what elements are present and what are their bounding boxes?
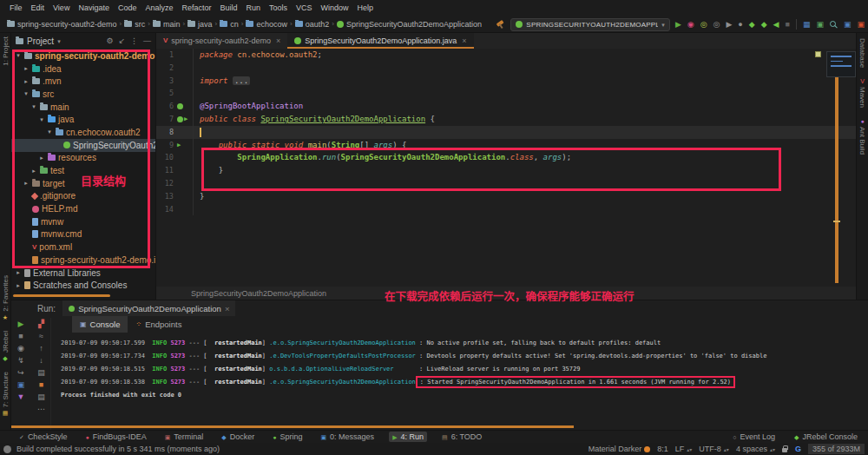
- menu-item-refactor[interactable]: Refactor: [177, 3, 215, 12]
- tool-window-switcher-icon[interactable]: [3, 445, 11, 453]
- status-widget-utf-8[interactable]: UTF-8▴▾: [699, 445, 729, 453]
- tool-window-button-jrebel[interactable]: JRebel◆: [2, 331, 10, 361]
- tree-item[interactable]: ▸.idea: [11, 63, 155, 76]
- tab-console[interactable]: ▣ Console: [72, 316, 128, 333]
- menu-item-run[interactable]: Run: [242, 3, 266, 12]
- menu-item-file[interactable]: File: [5, 3, 27, 12]
- plugin-orange-icon[interactable]: ▣: [857, 21, 865, 29]
- tree-item[interactable]: ▸External Libraries: [11, 267, 155, 280]
- breadcrumb-item[interactable]: java: [187, 20, 213, 29]
- editor-tab[interactable]: Vspring-security-oauth2-demo×: [156, 33, 287, 49]
- close-icon[interactable]: ×: [462, 36, 466, 45]
- menu-item-build[interactable]: Build: [215, 3, 241, 12]
- status-widget-8-1[interactable]: 8:1: [657, 445, 668, 453]
- menu-item-tools[interactable]: Tools: [265, 3, 292, 12]
- run-icon[interactable]: ▶: [675, 21, 681, 29]
- tree-item[interactable]: ▾src: [11, 88, 155, 101]
- monitor-icon[interactable]: ▤: [37, 369, 45, 377]
- menu-item-view[interactable]: View: [49, 3, 74, 12]
- breadcrumb-item[interactable]: cn: [220, 20, 239, 29]
- screenshot-icon[interactable]: ◉: [17, 345, 24, 353]
- tool-window-button-6-todo[interactable]: ▤6: TODO: [438, 432, 485, 442]
- print-icon[interactable]: ▤: [37, 393, 45, 401]
- jrebel-debug-icon[interactable]: ◆: [761, 21, 767, 29]
- tool-window-button-2-favorites[interactable]: 2: Favorites★: [2, 275, 10, 320]
- console-horizontal-scrollbar[interactable]: [11, 425, 574, 428]
- editor-change-scrollbar[interactable]: [835, 61, 838, 283]
- run-anything-icon[interactable]: ▶: [726, 21, 732, 29]
- status-message[interactable]: Build completed successfully in 5 s 341 …: [16, 445, 220, 453]
- editor-breadcrumb[interactable]: SpringSecurityOauth2DemoApplication: [191, 289, 326, 298]
- tree-item[interactable]: ▸Scratches and Consoles: [11, 279, 155, 292]
- memory-indicator[interactable]: 355 of 2933M: [808, 444, 865, 454]
- tree-item[interactable]: mvnw.cmd: [11, 228, 155, 241]
- run-line-icon[interactable]: ▶: [177, 139, 181, 152]
- run-line-icon[interactable]: ▶: [184, 113, 187, 126]
- ban-icon[interactable]: ■: [39, 381, 43, 389]
- tree-item[interactable]: ▸resources: [11, 152, 155, 165]
- menu-item-navigate[interactable]: Navigate: [74, 3, 114, 12]
- breadcrumb-item[interactable]: echocow: [246, 20, 287, 29]
- tree-item[interactable]: ▾main: [11, 101, 155, 114]
- editor-tab[interactable]: SpringSecurityOauth2DemoApplication.java…: [287, 33, 473, 49]
- thread-dump-icon[interactable]: ↯: [17, 357, 24, 365]
- breadcrumb-item[interactable]: src: [124, 20, 145, 29]
- run-console-output[interactable]: 2019-07-09 09:50:17.599 INFO 5273 --- [ …: [53, 333, 868, 425]
- tool-window-button-1-project[interactable]: 1: Project: [2, 36, 10, 66]
- status-widget-material-darker[interactable]: Material Darker: [589, 445, 651, 453]
- status-widget-lf[interactable]: LF▴▾: [675, 445, 693, 453]
- menu-item-edit[interactable]: Edit: [27, 3, 49, 12]
- softwrap-icon[interactable]: ≈: [39, 333, 43, 340]
- inspections-indicator[interactable]: [815, 51, 821, 57]
- tab-endpoints[interactable]: ⁘ Endpoints: [128, 316, 189, 333]
- tree-item[interactable]: ▾spring-security-oauth2-demo~/IdeaPro: [11, 49, 155, 63]
- dashboard-icon[interactable]: ▦: [803, 21, 811, 29]
- button-jrebel-console[interactable]: ◆JRebel Console: [791, 432, 861, 442]
- profiler-icon[interactable]: ◎: [713, 21, 720, 29]
- tree-item[interactable]: SpringSecurityOauth2DemoA: [11, 139, 155, 152]
- breadcrumb-item[interactable]: oauth2: [295, 20, 330, 29]
- tree-item[interactable]: Vpom.xml: [11, 241, 155, 254]
- jrebel-run-icon[interactable]: ◆: [749, 21, 755, 29]
- tool-window-button-docker[interactable]: ◆Docker: [218, 432, 258, 442]
- dump-icon[interactable]: ●: [738, 21, 742, 29]
- run-configuration-select[interactable]: SpringSecurityOauth2DemoApplication ▾: [510, 18, 670, 31]
- close-icon[interactable]: ×: [276, 36, 280, 45]
- breadcrumb-item[interactable]: spring-security-oauth2-demo: [7, 20, 117, 29]
- plugin-blue-icon[interactable]: ▣: [844, 21, 852, 29]
- tree-item[interactable]: ▸.mvn: [11, 75, 155, 88]
- menu-item-window[interactable]: Window: [317, 3, 353, 12]
- tool-window-button-7-structure[interactable]: 7: Structure▦: [2, 372, 10, 416]
- jrebel-panel-icon[interactable]: ▣: [17, 381, 25, 389]
- build-hammer-icon[interactable]: [496, 20, 505, 30]
- status-widget-4-spaces[interactable]: 4 spaces▴▾: [736, 445, 775, 453]
- tool-window-button-ant-build[interactable]: ●Ant Build: [858, 118, 866, 155]
- tree-item[interactable]: HELP.md: [11, 202, 155, 215]
- menu-item-help[interactable]: Help: [353, 3, 378, 12]
- scroll-up-icon[interactable]: ↑: [39, 345, 43, 353]
- tool-window-button-terminal[interactable]: ▣Terminal: [161, 432, 207, 442]
- tool-window-button-findbugs-idea[interactable]: ●FindBugs-IDEA: [82, 432, 149, 442]
- tree-item[interactable]: spring-security-oauth2-demo.iml: [11, 254, 155, 267]
- tool-window-button-4-run[interactable]: ▶4: Run: [389, 432, 427, 442]
- stop-icon[interactable]: ■: [18, 333, 23, 340]
- spring-bean-icon[interactable]: [177, 103, 183, 109]
- tool-window-button-0-messages[interactable]: ▣0: Messages: [317, 432, 378, 442]
- pin-icon[interactable]: ▼: [17, 393, 25, 401]
- tree-item[interactable]: ▾cn.echocow.oauth2: [11, 126, 155, 139]
- close-icon[interactable]: ×: [225, 304, 230, 313]
- code-editor[interactable]: 1package cn.echocow.oauth2;23import ...5…: [156, 49, 856, 287]
- jrebel-reload-icon[interactable]: ◀: [773, 21, 779, 29]
- exit-icon[interactable]: ↪: [17, 369, 24, 377]
- chevron-down-icon[interactable]: ▾: [57, 38, 61, 44]
- search-everywhere-icon[interactable]: [830, 21, 838, 29]
- project-horizontal-scrollbar[interactable]: [13, 294, 110, 297]
- tree-item[interactable]: .gitignore: [11, 190, 155, 203]
- project-panel-title[interactable]: Project: [27, 36, 54, 46]
- breadcrumb-item[interactable]: SpringSecurityOauth2DemoApplication: [337, 20, 482, 29]
- lock-widget[interactable]: [782, 445, 788, 453]
- tool-window-button-database[interactable]: Database: [858, 38, 866, 68]
- run-tab[interactable]: SpringSecurityOauth2DemoApplication ×: [62, 300, 235, 316]
- spring-bean-icon[interactable]: [177, 116, 183, 122]
- coverage-icon[interactable]: ◎: [700, 21, 707, 29]
